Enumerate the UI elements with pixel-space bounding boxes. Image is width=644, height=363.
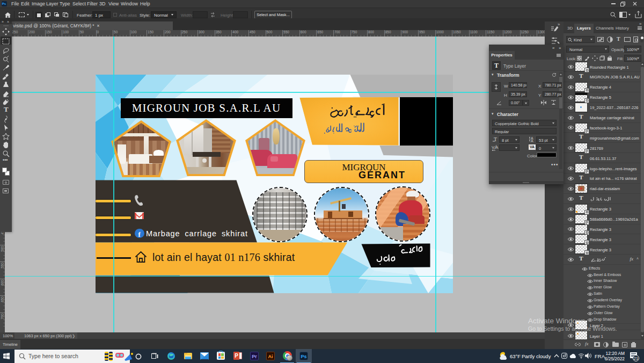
svg-text:A: A xyxy=(495,145,499,150)
svg-text:A: A xyxy=(531,139,533,142)
